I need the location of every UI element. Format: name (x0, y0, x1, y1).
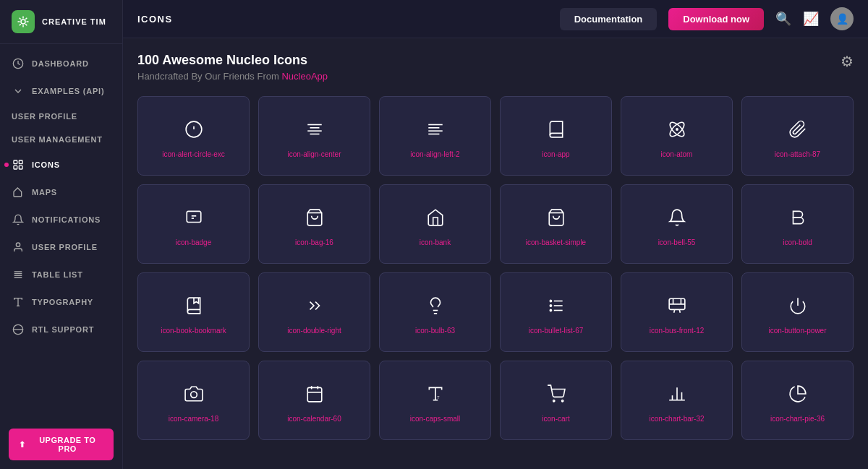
icon-card-badge[interactable]: icon-badge (137, 184, 250, 264)
icon-symbol-align-center (305, 120, 324, 142)
settings-icon[interactable]: ⚙ (841, 53, 854, 70)
icon-label-double-right: icon-double-right (287, 327, 341, 335)
icon-label-app: icon-app (542, 150, 569, 158)
sidebar-item-table-list[interactable]: TABLE LIST (0, 261, 122, 288)
icon-symbol-badge (184, 208, 203, 230)
brand-logo (12, 10, 35, 33)
icon-symbol-bus-front-12 (668, 296, 686, 318)
icon-label-button-power: icon-button-power (768, 327, 826, 335)
svg-point-46 (553, 400, 554, 401)
icon-card-align-center[interactable]: icon-align-center (258, 96, 370, 176)
icon-card-bell-55[interactable]: icon-bell-55 (621, 184, 733, 264)
content-title: 100 Awesome Nucleo Icons (137, 53, 854, 68)
icon-card-align-left-2[interactable]: icon-align-left-2 (379, 96, 491, 176)
icon-card-double-right[interactable]: icon-double-right (258, 272, 370, 352)
upgrade-button[interactable]: ⬆ Upgrade to PRO (9, 429, 114, 460)
svg-point-33 (550, 309, 551, 311)
icon-card-book-bookmark[interactable]: icon-book-bookmark (137, 272, 250, 352)
icon-card-bank[interactable]: icon-bank (379, 184, 491, 264)
sidebar-item-examples-api[interactable]: EXAMPLES (API) (0, 77, 122, 105)
nucleo-app-link[interactable]: NucleoApp (281, 71, 328, 82)
icon-label-caps-small: icon-caps-small (410, 415, 460, 423)
avatar[interactable]: 👤 (830, 7, 854, 30)
sidebar-nav: DASHBOARD EXAMPLES (API) USER PROFILE US… (0, 44, 122, 420)
icon-card-caps-small[interactable]: Ticon-caps-small (379, 361, 491, 440)
svg-point-47 (561, 400, 563, 401)
icon-label-chart-pie-36: icon-chart-pie-36 (770, 415, 825, 423)
icon-card-button-power[interactable]: icon-button-power (741, 272, 854, 352)
icon-card-bullet-list-67[interactable]: icon-bullet-list-67 (500, 272, 612, 352)
icon-label-alert-circle: icon-alert-circle-exc (162, 150, 225, 158)
icon-label-book-bookmark: icon-book-bookmark (161, 327, 226, 335)
icon-symbol-align-left-2 (426, 120, 445, 142)
sidebar-item-user-profile-1[interactable]: USER PROFILE (0, 105, 122, 128)
icon-symbol-bell-55 (668, 208, 686, 230)
icon-card-camera-18[interactable]: icon-camera-18 (137, 361, 250, 440)
icon-symbol-bullet-list-67 (547, 296, 566, 318)
icon-card-calendar-60[interactable]: icon-calendar-60 (258, 361, 370, 440)
icon-card-chart-pie-36[interactable]: icon-chart-pie-36 (741, 361, 854, 440)
icon-label-bank: icon-bank (420, 238, 451, 246)
upgrade-icon: ⬆ (19, 440, 26, 449)
svg-rect-5 (19, 165, 22, 169)
icon-label-calendar-60: icon-calendar-60 (287, 415, 341, 423)
icon-label-bold: icon-bold (783, 238, 812, 246)
icon-label-chart-bar-32: icon-chart-bar-32 (649, 415, 704, 423)
active-dot (4, 163, 9, 167)
sidebar-item-notifications[interactable]: NOTIFICATIONS (0, 206, 122, 233)
svg-point-31 (550, 300, 551, 301)
sidebar-item-rtl-support[interactable]: RTL SUPPORT (0, 316, 122, 343)
icon-symbol-caps-small: T (426, 384, 445, 406)
icon-label-bag-16: icon-bag-16 (295, 238, 333, 246)
icons-grid: icon-alert-circle-excicon-align-centeric… (137, 96, 854, 440)
content-subtitle: Handcrafted By Our Friends From NucleoAp… (137, 71, 854, 82)
icon-symbol-atom (668, 120, 686, 142)
header-title: ICONS (137, 14, 173, 25)
icon-label-badge: icon-badge (176, 238, 211, 246)
icon-symbol-bold (788, 208, 807, 230)
icon-label-bulb-63: icon-bulb-63 (415, 327, 455, 335)
icon-card-cart[interactable]: icon-cart (500, 361, 612, 440)
sidebar-brand[interactable]: CREATIVE TIM (0, 0, 122, 44)
download-button[interactable]: Download now (668, 8, 764, 30)
icon-card-app[interactable]: icon-app (500, 96, 612, 176)
icon-symbol-button-power (788, 296, 807, 318)
icon-symbol-chart-pie-36 (788, 384, 807, 406)
svg-text:T: T (437, 395, 440, 399)
icon-label-basket-simple: icon-basket-simple (526, 238, 586, 246)
icon-label-cart: icon-cart (542, 415, 569, 423)
sidebar-item-icons[interactable]: ICONS (0, 151, 122, 178)
svg-rect-39 (307, 387, 322, 402)
icon-symbol-basket-simple (547, 208, 566, 230)
icon-label-align-left-2: icon-align-left-2 (410, 150, 459, 158)
icon-card-bold[interactable]: icon-bold (741, 184, 854, 264)
sidebar-item-typography[interactable]: TYPOGRAPHY (0, 288, 122, 316)
svg-point-32 (550, 304, 551, 306)
analytics-icon[interactable]: 📈 (803, 11, 819, 27)
icon-label-atom: icon-atom (661, 150, 693, 158)
icon-card-bag-16[interactable]: icon-bag-16 (258, 184, 370, 264)
examples-api-icon (12, 85, 25, 98)
icon-card-basket-simple[interactable]: icon-basket-simple (500, 184, 612, 264)
search-icon[interactable]: 🔍 (775, 11, 791, 27)
documentation-button[interactable]: Documentation (560, 8, 658, 30)
icon-symbol-bag-16 (305, 208, 324, 230)
table-icon (12, 268, 25, 281)
sidebar-item-maps[interactable]: MAPS (0, 178, 122, 206)
sidebar-item-user-profile-2[interactable]: USER PROFILE (0, 233, 122, 261)
typography-icon (12, 296, 25, 309)
icon-card-attach-87[interactable]: icon-attach-87 (741, 96, 854, 176)
icon-card-atom[interactable]: icon-atom (621, 96, 733, 176)
sidebar-item-dashboard[interactable]: DASHBOARD (0, 50, 122, 77)
icon-symbol-attach-87 (788, 120, 807, 142)
icon-card-bus-front-12[interactable]: icon-bus-front-12 (621, 272, 733, 352)
svg-point-21 (676, 128, 677, 129)
maps-icon (12, 186, 25, 199)
icon-card-alert-circle[interactable]: icon-alert-circle-exc (137, 96, 250, 176)
icon-symbol-bank (426, 208, 445, 230)
icon-label-align-center: icon-align-center (288, 150, 341, 158)
icon-card-bulb-63[interactable]: icon-bulb-63 (379, 272, 491, 352)
icon-card-chart-bar-32[interactable]: icon-chart-bar-32 (621, 361, 733, 440)
sidebar-item-user-management[interactable]: USER MANAGEMENT (0, 128, 122, 151)
icons-icon (12, 158, 25, 171)
